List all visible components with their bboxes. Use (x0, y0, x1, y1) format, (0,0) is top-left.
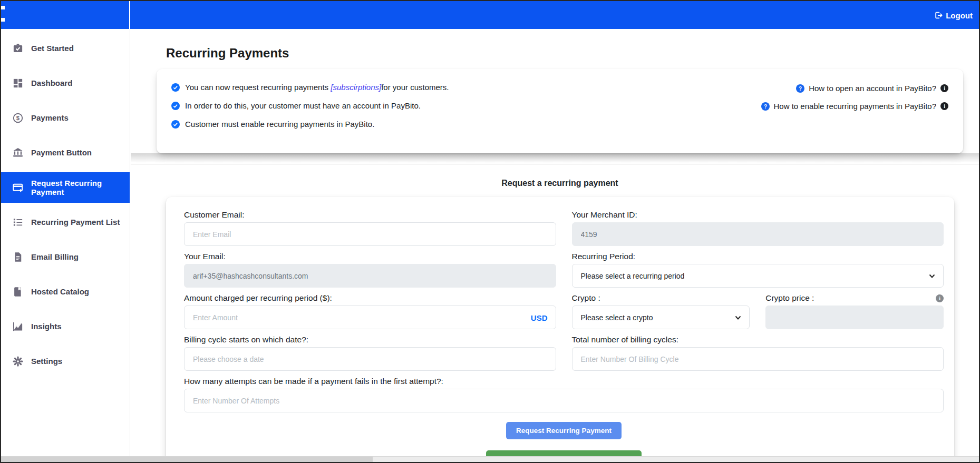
note-item: You can now request recurring payments [… (171, 83, 449, 92)
crypto-price-input (765, 306, 944, 329)
sidebar-item-label: Email Billing (31, 252, 79, 261)
svg-text:i: i (944, 103, 945, 109)
help-link-open-account[interactable]: ? How to open an account in PayBito? i (761, 84, 949, 93)
check-circle-icon (171, 120, 180, 129)
recurring-period-label: Recurring Period: (572, 252, 944, 261)
sidebar-item-payments[interactable]: $ Payments (1, 103, 130, 133)
sidebar-item-hosted-catalog[interactable]: Hosted Catalog (1, 277, 130, 307)
info-circle-icon[interactable]: i (940, 102, 948, 110)
note-item: Customer must enable recurring payments … (171, 120, 449, 129)
briefcase-check-icon (13, 43, 23, 54)
billing-date-input[interactable] (184, 347, 556, 371)
crypto-label: Crypto : (572, 293, 750, 303)
sidebar-item-label: Get Started (31, 44, 74, 53)
amount-label: Amount charged per recurring period ($): (184, 293, 556, 303)
section-divider-shadow (131, 153, 979, 165)
billing-cycles-field-group: Total number of billing cycles: (572, 335, 944, 371)
top-header: Logout (1, 1, 979, 29)
check-circle-icon (171, 102, 180, 110)
customer-email-label: Customer Email: (184, 210, 556, 220)
your-email-field-group: Your Email: (184, 252, 556, 288)
list-icon (13, 217, 23, 228)
hamburger-menu-icon[interactable] (1, 6, 5, 30)
dashboard-grid-icon (13, 78, 23, 88)
customer-email-input[interactable] (184, 222, 556, 246)
your-email-input (184, 264, 556, 288)
recurring-period-field-group: Recurring Period: Please select a recurr… (572, 252, 944, 288)
svg-text:?: ? (763, 103, 766, 109)
crypto-selected-value: Please select a crypto (581, 313, 653, 322)
main-content: Recurring Payments You can now request r… (131, 29, 979, 456)
recurring-payment-form: Customer Email: Your Merchant ID: Your E… (166, 197, 954, 456)
svg-text:$: $ (16, 115, 20, 121)
document-icon (13, 252, 23, 262)
billing-date-label: Billing cycle starts on which date?: (184, 335, 556, 344)
note-text: In order to do this, your customer must … (185, 101, 421, 110)
sidebar-item-label: Settings (31, 357, 62, 366)
sidebar-item-payment-button[interactable]: Payment Button (1, 137, 130, 168)
help-link-label: How to open an account in PayBito? (809, 84, 936, 93)
help-links: ? How to open an account in PayBito? i ?… (761, 83, 949, 148)
svg-text:i: i (939, 295, 940, 301)
sidebar-item-email-billing[interactable]: Email Billing (1, 242, 130, 272)
help-link-enable-recurring[interactable]: ? How to enable recurring payments in Pa… (761, 102, 949, 111)
logout-label: Logout (946, 11, 973, 19)
sidebar: Get Started Dashboard $ Payments Payment… (1, 29, 130, 456)
recurring-period-selected-value: Please select a recurring period (581, 272, 685, 280)
app-window: Logout Get Started Dashboard $ Payments (0, 0, 980, 463)
sidebar-item-label: Hosted Catalog (31, 287, 89, 296)
chart-line-icon (13, 321, 23, 332)
question-circle-icon: ? (761, 102, 770, 111)
generate-form-code-button[interactable]: Generate Recurring Payment Form Code (486, 450, 642, 456)
sidebar-item-label: Dashboard (31, 78, 72, 87)
note-text: Customer must enable recurring payments … (185, 120, 374, 129)
request-recurring-payment-button[interactable]: Request Recurring Payment (506, 422, 622, 439)
chevron-down-icon (928, 272, 936, 280)
info-card: You can now request recurring payments [… (157, 69, 963, 153)
gear-icon (13, 356, 23, 367)
merchant-id-label: Your Merchant ID: (572, 210, 944, 220)
sidebar-item-insights[interactable]: Insights (1, 311, 130, 342)
credit-card-plus-icon (13, 182, 23, 193)
form-section-title: Request a recurring payment (157, 179, 963, 188)
attempts-input[interactable] (184, 389, 944, 412)
info-circle-icon[interactable]: i (940, 84, 948, 92)
horizontal-scrollbar[interactable] (1, 456, 979, 462)
sidebar-item-request-recurring-payment[interactable]: Request Recurring Payment (1, 172, 130, 203)
recurring-period-select[interactable]: Please select a recurring period (572, 264, 944, 288)
chevron-down-icon (734, 314, 742, 321)
billing-date-field-group: Billing cycle starts on which date?: (184, 335, 556, 371)
note-text: You can now request recurring payments [… (185, 83, 449, 92)
crypto-select[interactable]: Please select a crypto (572, 306, 750, 329)
logout-icon (934, 11, 943, 19)
sidebar-item-get-started[interactable]: Get Started (1, 33, 130, 64)
amount-input[interactable] (184, 306, 556, 329)
dollar-circle-icon: $ (13, 113, 23, 123)
header-divider (129, 1, 130, 29)
sidebar-item-settings[interactable]: Settings (1, 346, 130, 377)
sidebar-item-recurring-payment-list[interactable]: Recurring Payment List (1, 207, 130, 238)
note-item: In order to do this, your customer must … (171, 101, 449, 110)
sidebar-item-label: Insights (31, 322, 62, 331)
subscriptions-link[interactable]: [subscirptions] (331, 83, 381, 92)
your-email-label: Your Email: (184, 252, 556, 261)
billing-cycles-label: Total number of billing cycles: (572, 335, 944, 344)
currency-badge: USD (531, 313, 548, 322)
horizontal-scrollbar-thumb[interactable] (1, 457, 373, 462)
svg-text:?: ? (799, 85, 802, 91)
book-icon (13, 287, 23, 297)
logout-button[interactable]: Logout (934, 11, 973, 19)
sidebar-item-label: Recurring Payment List (31, 218, 120, 226)
notes-list: You can now request recurring payments [… (171, 83, 449, 148)
customer-email-field-group: Customer Email: (184, 210, 556, 246)
crypto-price-field-group: Crypto price : i (765, 293, 944, 329)
bank-icon (13, 147, 23, 158)
sidebar-item-label: Payment Button (31, 148, 92, 157)
billing-cycles-input[interactable] (572, 347, 944, 371)
crypto-price-info-icon[interactable]: i (936, 294, 944, 302)
check-circle-icon (171, 83, 180, 92)
sidebar-item-dashboard[interactable]: Dashboard (1, 68, 130, 98)
svg-text:i: i (944, 85, 945, 91)
amount-field-group: Amount charged per recurring period ($):… (184, 293, 556, 329)
merchant-id-field-group: Your Merchant ID: (572, 210, 944, 246)
